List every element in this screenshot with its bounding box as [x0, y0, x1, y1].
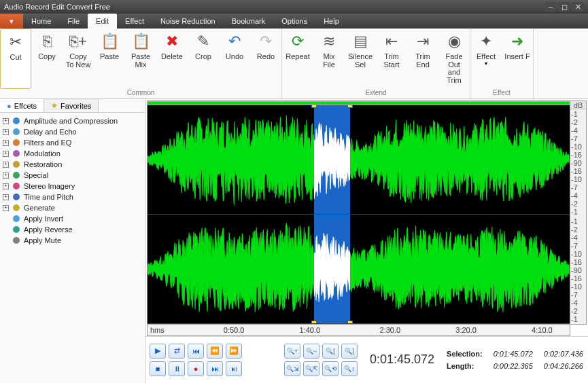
menu-file[interactable]: File: [59, 14, 88, 29]
tree-generate[interactable]: +Generate: [0, 202, 145, 213]
zoom-button-3[interactable]: 🔍]: [341, 344, 358, 359]
svg-point-4: [13, 161, 20, 168]
expand-icon[interactable]: +: [3, 140, 9, 146]
loop-button[interactable]: ⇄: [169, 344, 185, 359]
tree-time-and-pitch[interactable]: +Time and Pitch: [0, 192, 145, 202]
time-unit-label: hms: [150, 326, 165, 334]
crop-button[interactable]: ✎Crop: [188, 29, 219, 89]
expand-icon[interactable]: +: [3, 183, 9, 189]
skip-end-button[interactable]: ⏭: [207, 361, 223, 376]
menu-options[interactable]: Options: [273, 14, 315, 29]
zoom-button-1[interactable]: 🔍−: [303, 344, 319, 359]
effect-button[interactable]: ✦Effect▾: [470, 29, 502, 89]
tree-modulation[interactable]: +Modulation: [0, 148, 145, 159]
sidetab-effects[interactable]: ●Effcets: [0, 99, 44, 112]
paste-button[interactable]: 📋Paste: [94, 29, 125, 89]
db-tick: -16: [571, 258, 585, 266]
zoom-button-4[interactable]: 🔍⇲: [284, 361, 300, 376]
expand-icon[interactable]: +: [3, 129, 9, 135]
expand-icon[interactable]: +: [3, 151, 9, 157]
zoom-button-2[interactable]: 🔍[: [322, 344, 339, 359]
tree-apply-mute[interactable]: Apply Mute: [0, 235, 145, 246]
stop-button[interactable]: ■: [150, 361, 166, 376]
waveform-right-channel[interactable]: [148, 215, 570, 324]
undo-button[interactable]: ↶Undo: [219, 29, 250, 89]
tree-apply-invert[interactable]: Apply Invert: [0, 213, 145, 224]
repeat-button[interactable]: ⟳Repeat: [282, 29, 313, 89]
ribbon-toolbar: ✂Cut⎘Copy⎘+CopyTo New📋Paste📋PasteMix✖Del…: [0, 29, 588, 99]
waveform-left-channel[interactable]: [148, 105, 570, 215]
delete-button[interactable]: ✖Delete: [156, 29, 188, 89]
undo-label: Undo: [226, 53, 243, 61]
selection-start: 0:01:45.072: [494, 350, 533, 358]
app-menu-button[interactable]: ▾: [0, 14, 23, 29]
svg-point-6: [13, 183, 20, 189]
expand-icon[interactable]: +: [3, 194, 9, 200]
menu-edit[interactable]: Edit: [88, 14, 117, 29]
minimize-button[interactable]: –: [544, 2, 557, 12]
tree-apply-reverse[interactable]: Apply Reverse: [0, 224, 145, 235]
tree-amplitude-and-compression[interactable]: +Amplitude and Compression: [0, 115, 145, 126]
selection-handle-left[interactable]: [311, 105, 317, 108]
selection-handle-right[interactable]: [347, 105, 353, 108]
cut-button[interactable]: ✂Cut: [0, 29, 31, 89]
paste-mix-button[interactable]: 📋PasteMix: [125, 29, 156, 89]
playstop-button[interactable]: ⏯: [226, 361, 242, 376]
play-button[interactable]: ▶: [150, 344, 166, 359]
zoom-button-7[interactable]: 🔍↕: [341, 361, 358, 376]
redo-icon: ↷: [256, 31, 276, 52]
expand-icon[interactable]: +: [3, 118, 9, 124]
silence-sel-button[interactable]: ▤SilenceSel: [345, 29, 376, 89]
db-tick: -1: [571, 110, 585, 118]
record-button[interactable]: ●: [188, 361, 204, 376]
copy-button[interactable]: ⎘Copy: [31, 29, 63, 89]
time-tick: 1:40.0: [300, 326, 321, 334]
copy-to-new-button[interactable]: ⎘+CopyTo New: [63, 29, 94, 89]
trim-start-button[interactable]: ⇤TrimStart: [376, 29, 407, 89]
group-effect: Effect: [470, 89, 533, 98]
tree-delay-and-echo[interactable]: +Delay and Echo: [0, 126, 145, 137]
rewind-button[interactable]: ⏪: [207, 344, 223, 359]
selection-region[interactable]: [314, 215, 350, 323]
tree-filters-and-eq[interactable]: +Filters and EQ: [0, 137, 145, 148]
time-ruler[interactable]: hms 0:50.01:40.02:30.03:20.04:10.0: [147, 325, 570, 336]
menu-home[interactable]: Home: [23, 14, 59, 29]
mix-file-button[interactable]: ≋MixFile: [313, 29, 345, 89]
tree-restoration[interactable]: +Restoration: [0, 159, 145, 170]
pause-button[interactable]: ⏸: [169, 361, 185, 376]
maximize-button[interactable]: ◻: [558, 2, 570, 12]
sidetab-favorites[interactable]: ★Favorites: [44, 99, 99, 112]
length-label: Length:: [447, 362, 483, 370]
menu-bookmark[interactable]: Bookmark: [224, 14, 274, 29]
expand-icon[interactable]: +: [3, 205, 9, 211]
selection-handle-right[interactable]: [347, 321, 353, 324]
svg-point-2: [13, 139, 20, 146]
tree-special[interactable]: +Special: [0, 170, 145, 181]
trim-end-button[interactable]: ⇥TrimEnd: [407, 29, 438, 89]
zoom-button-0[interactable]: 🔍+: [284, 344, 300, 359]
insert-f-button[interactable]: ➜Insert F: [502, 29, 533, 89]
menu-help[interactable]: Help: [315, 14, 347, 29]
zoom-button-6[interactable]: 🔍⟲: [322, 361, 339, 376]
fade-out-trim-button[interactable]: ◉Fade Outand Trim: [438, 29, 470, 89]
menu-noise-reduction[interactable]: Noise Reduction: [152, 14, 224, 29]
expand-icon[interactable]: +: [3, 162, 9, 168]
paste-icon: 📋: [99, 31, 120, 52]
close-button[interactable]: ✕: [572, 2, 584, 12]
sidetab-label: Favorites: [60, 102, 91, 110]
svg-point-3: [13, 150, 20, 157]
time-tick: 3:20.0: [455, 326, 477, 334]
mix-file-label: MixFile: [323, 53, 335, 69]
effect-icon: [12, 138, 21, 147]
zoom-button-5[interactable]: 🔍⇱: [303, 361, 319, 376]
effect-icon: [12, 116, 21, 126]
tree-stereo-imagery[interactable]: +Stereo Imagery: [0, 181, 145, 192]
forward-button[interactable]: ⏩: [226, 344, 242, 359]
redo-button[interactable]: ↷Redo: [250, 29, 281, 89]
selection-handle-left[interactable]: [311, 321, 317, 324]
menu-effect[interactable]: Effect: [117, 14, 152, 29]
skip-start-button[interactable]: ⏮: [188, 344, 204, 359]
expand-icon[interactable]: +: [3, 172, 9, 179]
selection-region[interactable]: [314, 105, 350, 214]
effects-tree: +Amplitude and Compression+Delay and Ech…: [0, 113, 145, 249]
